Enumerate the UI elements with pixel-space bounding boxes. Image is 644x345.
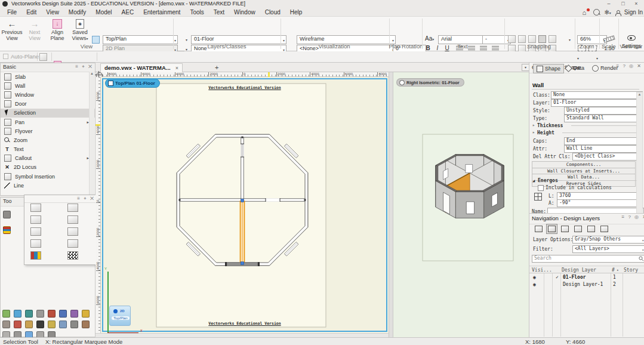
text-style-button[interactable]: Aa▾ [425,35,434,42]
document-tab[interactable]: demo.vwx - WATERMA...× [100,63,183,72]
menu-item-edit[interactable]: Edit [21,8,41,17]
menu-item-modify[interactable]: Modify [64,8,91,17]
del-attr-cls-field[interactable]: <Object Class>▾ [572,153,643,161]
layer-name[interactable]: Design Layer-1 [563,282,603,287]
layer-options-dropdown[interactable]: Gray/Snap Others▾ [572,236,644,244]
symbol-thumbnail[interactable] [67,251,78,260]
tool-item-wall[interactable]: Wall [1,81,95,90]
symbol-thumbnail[interactable] [67,239,78,248]
tab-shape[interactable]: Shape [533,64,564,73]
tool-set-icon[interactable] [14,310,21,318]
layer-name[interactable]: 01-Floor [563,275,586,280]
navigation-header[interactable]: Navigation - Design Layers≡ ? ◎ ✕ [529,214,644,224]
saved-views-icon[interactable] [586,224,597,234]
tool-item-2d-locus[interactable]: ✕2D Locus [1,163,95,172]
floor-plan-drawing[interactable] [101,77,389,333]
menu-item-file[interactable]: File [2,8,21,17]
layer-field[interactable]: 01-Floor▾ [551,99,643,107]
tool-set-icon[interactable] [82,310,90,318]
menu-item-window[interactable]: Window [229,8,260,17]
height-disclosure-icon[interactable]: ▹ [532,130,535,135]
previous-view-button[interactable]: ←Previous View [1,19,23,41]
saved-views-button[interactable]: ◉Saved Views▾ [69,19,91,42]
minimize-button[interactable]: – [602,0,615,7]
tool-set-icon[interactable] [36,321,44,328]
palette-controls-icons[interactable]: ≡ ⌖ ✕ [77,196,95,202]
tool-set-icon[interactable] [70,310,78,318]
snap-option-icon[interactable] [538,35,546,43]
search-input[interactable]: Search [532,255,644,263]
angle-field[interactable]: -90°▾ [557,199,642,207]
viewports-icon[interactable] [572,224,584,234]
snap-option-icon[interactable] [518,35,526,43]
visibility-eye-icon[interactable]: ◉ [533,282,536,287]
tool-item-flyover[interactable]: Flyover [1,127,95,135]
tool-item-window[interactable]: Window [1,90,95,99]
snap-option-icon[interactable] [549,35,556,43]
account-icon[interactable] [615,10,620,15]
tab-close-icon[interactable]: × [175,65,178,71]
basic-palette-header[interactable]: Basic≡ ⌖ ✕ [1,63,95,72]
references-icon[interactable] [599,224,610,234]
align-justify-icon[interactable] [492,46,499,51]
panel-controls-icons[interactable]: ≡ ? ◎ ✕ [622,214,644,220]
menu-item-model[interactable]: Model [91,8,116,17]
symbol-thumbnail[interactable] [67,204,78,212]
symbol-thumbnail[interactable] [30,204,41,212]
style-field[interactable]: Unstyled▾ [564,107,643,115]
menu-item-tools[interactable]: Tools [185,8,208,17]
home-icon[interactable]: ⌂ [582,9,589,16]
tool-item-door[interactable]: Door [1,100,95,109]
filter-dropdown[interactable]: <All Layers>▾ [572,245,644,253]
tool-set-icon[interactable] [59,310,67,318]
classes-icon[interactable] [533,224,544,234]
sheet-layers-icon[interactable] [559,224,571,234]
basic-palette-scrollbar[interactable]: ▲ [89,72,94,195]
tool-set-icon[interactable] [2,321,10,328]
layer-table-header[interactable]: Visi... Design Layer # ▴ Story [529,266,644,273]
tool-set-icon[interactable] [25,321,33,328]
include-calculations-checkbox[interactable] [538,185,544,191]
tool-set-icon[interactable] [3,226,11,234]
isometric-3d-view[interactable] [393,72,529,337]
visibility-eye-icon[interactable]: ◉ [533,275,536,280]
tool-item-callout[interactable]: Callout▸ [1,154,95,163]
menu-item-entertainment[interactable]: Entertainment [138,8,185,17]
tool-item-symbol-insertion[interactable]: Symbol Insertion [1,172,95,181]
tool-set-icon[interactable] [48,321,56,328]
layer-row-design layer-1[interactable]: ◉Design Layer-12 [529,281,644,288]
symbol-thumbnail[interactable] [67,215,78,224]
class-field[interactable]: None▾ [551,91,643,99]
height-label[interactable]: Height [537,130,554,135]
tool-set-icon[interactable] [25,310,33,318]
menu-item-text[interactable]: Text [209,8,229,17]
isometric-viewport[interactable]: Right Isometric: 01-Floor [393,72,529,337]
align-plane-button[interactable]: ↓Align Plane [47,19,68,41]
bold-button[interactable]: B [424,45,432,51]
plane-mode-icon[interactable] [39,53,47,61]
sign-in-link[interactable]: Sign In [624,9,643,16]
tab-data[interactable]: Data [563,64,587,72]
maximize-button[interactable]: □ [617,0,630,7]
symbol-thumbnail[interactable] [67,227,78,236]
pane-divider[interactable] [389,72,393,337]
tool-item-line[interactable]: Line [1,181,95,190]
floating-palette-header[interactable]: ≡ ⌖ ✕ [24,195,97,203]
tool-set-icon[interactable] [2,310,10,318]
object-info-scrollbar[interactable]: ▲ [636,92,643,220]
menu-item-cloud[interactable]: Cloud [260,8,285,17]
symbol-thumbnail[interactable] [30,215,41,224]
new-tab-button[interactable]: + [215,64,218,71]
snap-option-icon[interactable] [508,35,516,43]
energos-disclosure-icon[interactable]: ◢ [532,178,535,183]
tool-item-pan[interactable]: Pan▸ [1,118,95,127]
snap-option-icon[interactable] [528,35,536,43]
next-view-button[interactable]: →Next View [24,19,45,41]
tool-set-icon[interactable] [48,310,56,318]
horizontal-scrollbar[interactable] [95,333,389,337]
viewport-label-pill[interactable]: Right Isometric: 01-Floor [397,79,464,86]
workspace-gear-icon[interactable]: ✻▾ [604,9,611,16]
tool-set-icon[interactable] [36,310,44,318]
type-field[interactable]: Standard Wall▾ [564,115,643,122]
view-dropdown[interactable]: Top/Plan▾ [103,35,178,44]
